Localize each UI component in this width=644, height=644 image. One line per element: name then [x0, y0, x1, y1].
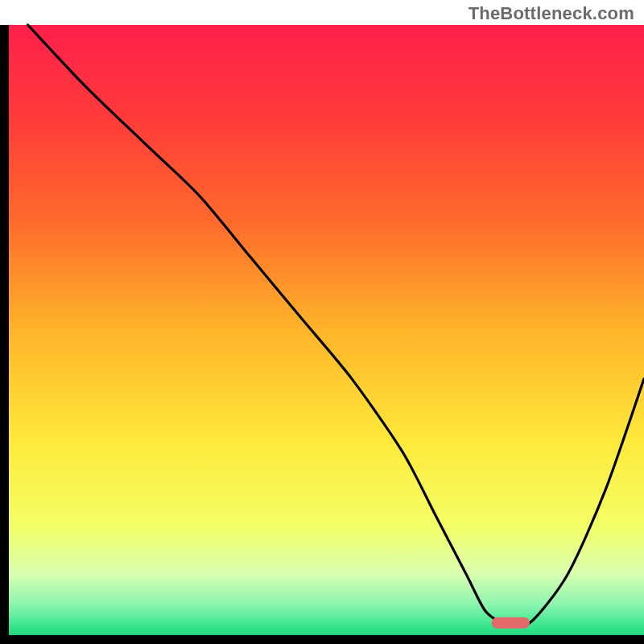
bottleneck-chart: TheBottleneck.com	[0, 0, 644, 644]
gradient-background	[9, 25, 644, 635]
watermark-text: TheBottleneck.com	[469, 3, 634, 24]
chart-canvas	[0, 0, 644, 644]
sweet-spot-marker	[492, 617, 530, 629]
